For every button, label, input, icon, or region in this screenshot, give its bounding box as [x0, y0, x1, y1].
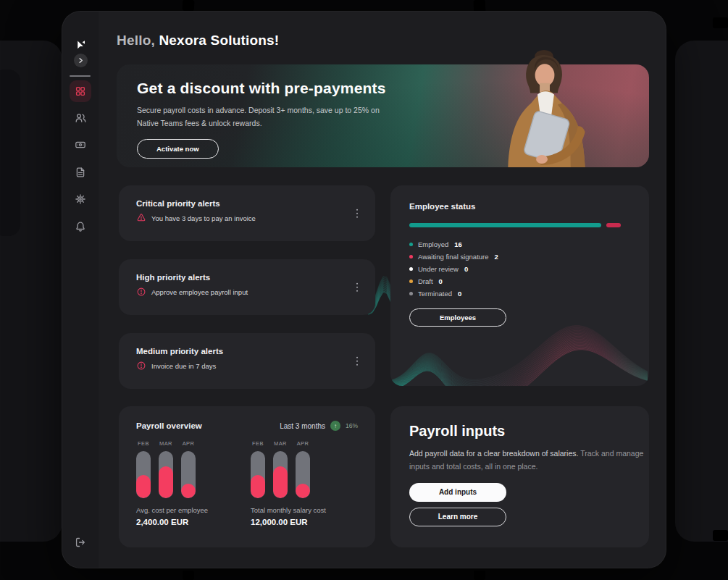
bar-feb — [251, 451, 265, 498]
legend-value: 0 — [464, 265, 468, 273]
metric-value: 12,000.00 EUR — [251, 518, 310, 526]
alert-title: Critical priority alerts — [136, 199, 358, 208]
payroll-inputs-description: Add payroll data for a clear breakdown o… — [409, 447, 644, 474]
banner-description: Secure payroll costs in advance. Deposit… — [137, 104, 395, 130]
app-logo-icon — [70, 33, 91, 55]
bar-mar — [273, 451, 288, 498]
month-label: FEB — [136, 440, 151, 447]
payroll-overview-card: Payroll overview Last 3 months ↑ 16% FEB… — [119, 406, 375, 547]
alert-message: Invoice due in 7 days — [151, 362, 216, 370]
legend-value: 16 — [454, 240, 462, 248]
more-options-icon[interactable] — [353, 280, 361, 295]
payroll-bar-charts: FEB MAR APR Avg. cost per employee 2,400… — [136, 440, 358, 526]
legend-dot-employed — [409, 243, 413, 246]
more-options-icon[interactable] — [353, 206, 361, 221]
page-title: Hello, Nexora Solutions! — [117, 33, 279, 49]
background-mark — [474, 571, 485, 580]
sidebar-item-notifications[interactable] — [70, 216, 91, 238]
payroll-inputs-card: Payroll inputs Add payroll data for a cl… — [390, 406, 649, 547]
add-inputs-button[interactable]: Add inputs — [409, 483, 506, 502]
legend-item: Employed 16 — [409, 238, 630, 251]
sidebar-item-dashboard[interactable] — [70, 80, 91, 102]
period-label: Last 3 months — [280, 422, 325, 430]
banner-title: Get a discount with pre-payments — [137, 80, 649, 97]
sidebar-item-documents[interactable] — [70, 161, 91, 183]
trend-up-icon: ↑ — [330, 421, 340, 431]
change-percent: 16% — [346, 422, 358, 429]
background-mark — [183, 0, 195, 11]
payroll-overview-title: Payroll overview — [136, 421, 202, 430]
metric-label: Avg. cost per employee — [136, 506, 196, 514]
legend-value: 0 — [439, 277, 443, 285]
legend-dot-terminated — [409, 292, 413, 295]
legend-item: Draft 0 — [409, 275, 630, 287]
alert-title: High priority alerts — [136, 273, 358, 282]
greeting-name: Nexora Solutions! — [159, 33, 279, 48]
learn-more-button[interactable]: Learn more — [409, 508, 506, 526]
avg-cost-bar-group: FEB MAR APR Avg. cost per employee 2,400… — [136, 440, 196, 526]
logout-icon[interactable] — [70, 531, 91, 553]
bar-apr — [181, 451, 196, 498]
status-bar-employed — [409, 223, 601, 227]
legend-value: 2 — [495, 253, 498, 261]
legend-label: Terminated — [418, 290, 452, 298]
month-label: MAR — [159, 440, 173, 447]
legend-value: 0 — [458, 290, 461, 298]
metric-label: Total monthly salary cost — [251, 506, 310, 514]
sidebar-item-payments[interactable] — [70, 134, 91, 156]
legend-dot-awaiting — [409, 255, 413, 259]
employee-status-card: Employee status Employed 16 Awaiting fin… — [390, 185, 649, 386]
employee-status-bar — [409, 223, 630, 227]
sidebar — [62, 12, 99, 568]
metric-value: 2,400.00 EUR — [136, 518, 196, 526]
promo-banner: Get a discount with pre-payments Secure … — [117, 64, 649, 167]
month-label: APR — [296, 440, 310, 447]
alert-message: Approve employee payroll input — [151, 288, 248, 296]
background-panel-left-inner — [0, 70, 20, 236]
high-alerts-card: High priority alerts Approve employee pa… — [119, 259, 375, 315]
legend-label: Under review — [418, 265, 459, 273]
alert-message: You have 3 days to pay an invoice — [151, 214, 256, 222]
legend-dot-under-review — [409, 267, 413, 271]
alert-circle-icon — [136, 287, 146, 297]
sidebar-collapse-button[interactable] — [74, 54, 88, 67]
activate-now-button[interactable]: Activate now — [137, 139, 219, 159]
background-mark — [183, 571, 194, 580]
sidebar-divider — [70, 75, 91, 77]
legend-item: Under review 0 — [409, 263, 630, 275]
sidebar-item-employees[interactable] — [70, 107, 91, 129]
medium-alerts-card: Medium priority alerts Invoice due in 7 … — [119, 333, 375, 389]
legend-item: Awaiting final signature 2 — [409, 251, 630, 263]
employee-status-title: Employee status — [409, 202, 630, 211]
bar-apr — [296, 451, 310, 498]
month-label: MAR — [273, 440, 288, 447]
sidebar-item-settings[interactable] — [70, 188, 91, 210]
critical-alerts-card: Critical priority alerts You have 3 days… — [119, 185, 375, 241]
more-options-icon[interactable] — [353, 353, 361, 369]
employees-button[interactable]: Employees — [409, 308, 506, 327]
employee-status-legend: Employed 16 Awaiting final signature 2 U… — [409, 238, 630, 300]
alert-title: Medium priority alerts — [136, 347, 358, 356]
legend-dot-draft — [409, 280, 413, 283]
month-label: FEB — [251, 440, 265, 447]
payroll-inputs-title: Payroll inputs — [409, 423, 630, 440]
bar-feb — [136, 451, 151, 498]
status-bar-awaiting — [606, 223, 621, 227]
legend-label: Employed — [418, 240, 448, 248]
background-panel-right — [675, 41, 728, 542]
legend-item: Terminated 0 — [409, 287, 630, 300]
greeting-prefix: Hello, — [117, 33, 155, 48]
total-salary-bar-group: FEB MAR APR Total monthly salary cost 12… — [251, 440, 310, 526]
bar-mar — [159, 451, 173, 498]
month-label: APR — [181, 440, 196, 447]
alert-circle-icon — [136, 361, 146, 371]
background-mark — [713, 17, 728, 28]
legend-label: Draft — [418, 277, 433, 285]
warning-triangle-icon — [136, 213, 146, 223]
background-mark — [713, 530, 728, 541]
legend-label: Awaiting final signature — [418, 253, 489, 261]
app-window: Hello, Nexora Solutions! Get a discount … — [62, 11, 666, 568]
